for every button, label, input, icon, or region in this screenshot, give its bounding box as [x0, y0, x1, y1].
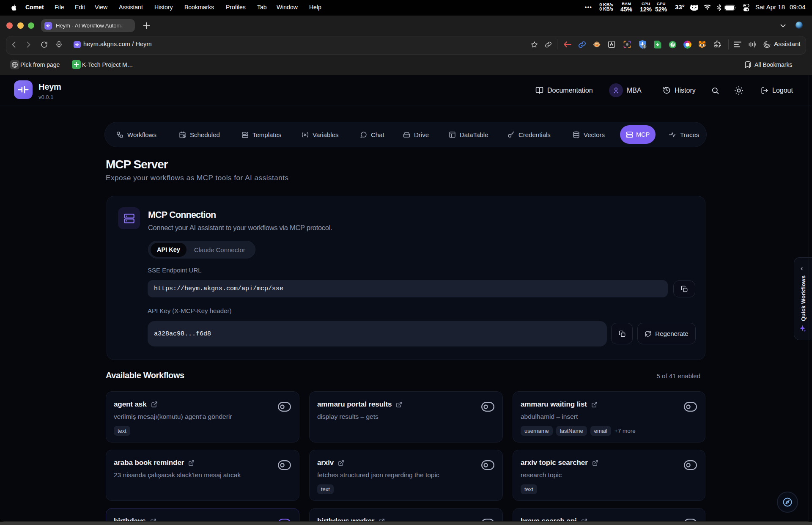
svg-text:4: 4: [643, 44, 645, 49]
